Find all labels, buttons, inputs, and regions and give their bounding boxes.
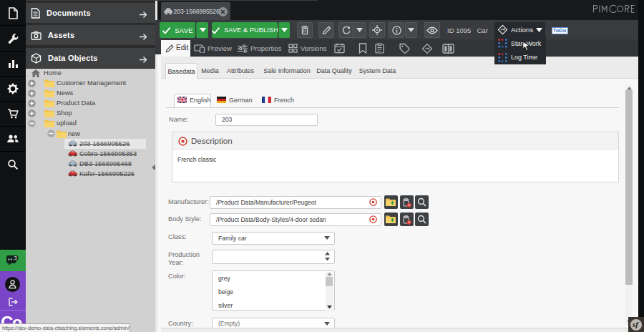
svg-text:3: 3: [14, 255, 17, 260]
